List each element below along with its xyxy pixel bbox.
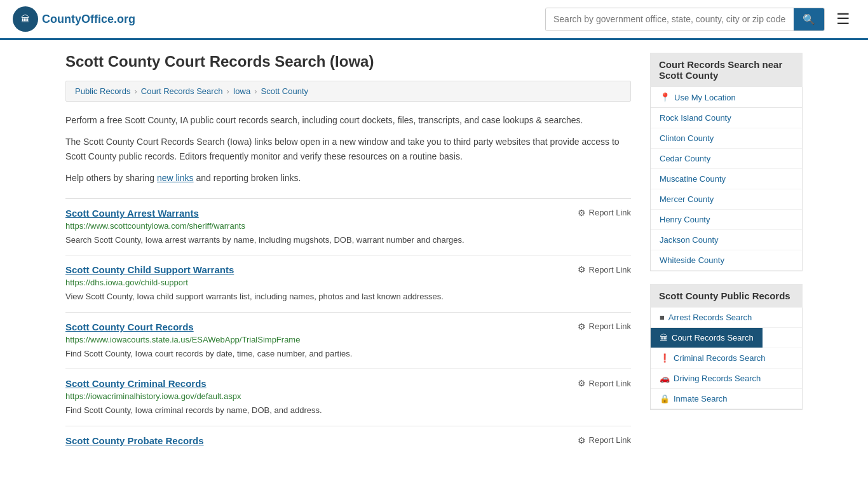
sidebar-item-court-records[interactable]: 🏛 Court Records Search [651,328,763,348]
nearby-counties-list: Rock Island County Clinton County Cedar … [650,108,803,271]
arrest-records-label: Arrest Records Search [668,313,752,322]
record-item: Scott County Probate Records ⚙ Report Li… [65,426,631,458]
record-item: Scott County Court Records ⚙ Report Link… [65,312,631,369]
logo-icon: 🏛 [13,6,38,32]
court-records-label: Court Records Search [672,333,754,342]
record-title-child-support[interactable]: Scott County Child Support Warrants [65,264,234,275]
header-right: 🔍 ☰ [545,8,855,31]
criminal-records-icon: ❗ [660,353,670,363]
record-item-header: Scott County Probate Records ⚙ Report Li… [65,435,631,446]
public-records-list: ■ Arrest Records Search 🏛 Court Records … [650,308,803,410]
list-item: Henry County [651,210,802,230]
report-link-label: Report Link [589,208,631,217]
svg-text:🏛: 🏛 [21,14,30,24]
record-item: Scott County Child Support Warrants ⚙ Re… [65,255,631,312]
search-input[interactable] [546,8,794,30]
sidebar-item-clinton[interactable]: Clinton County [651,128,802,148]
sidebar-item-jackson[interactable]: Jackson County [651,230,802,250]
sidebar-item-criminal-records[interactable]: ❗ Criminal Records Search [651,348,775,368]
inmate-search-icon: 🔒 [660,394,670,403]
sidebar-item-cedar[interactable]: Cedar County [651,149,802,168]
report-link-icon: ⚙ [578,378,586,388]
report-link-criminal-records[interactable]: ⚙ Report Link [578,378,631,388]
report-link-child-support[interactable]: ⚙ Report Link [578,264,631,274]
sidebar-nearby-section: Court Records Search near Scott County 📍… [650,53,803,271]
sidebar-item-rock-island[interactable]: Rock Island County [651,108,802,128]
list-item: Rock Island County [651,108,802,128]
record-url-arrest-warrants[interactable]: https://www.scottcountyiowa.com/sheriff/… [65,221,631,231]
court-records-icon: 🏛 [660,333,668,342]
record-item: Scott County Arrest Warrants ⚙ Report Li… [65,198,631,255]
site-header: 🏛 CountyOffice.org 🔍 ☰ [0,0,868,40]
record-item: Scott County Criminal Records ⚙ Report L… [65,369,631,426]
sidebar-item-driving-records[interactable]: 🚗 Driving Records Search [651,369,770,388]
list-item: Mercer County [651,189,802,210]
sidebar-item-henry[interactable]: Henry County [651,210,802,229]
description-1: Perform a free Scott County, IA public c… [65,113,631,127]
driving-records-icon: 🚗 [660,374,670,383]
list-item: Whiteside County [651,250,802,271]
search-button[interactable]: 🔍 [794,8,824,30]
breadcrumb-iowa[interactable]: Iowa [233,86,250,96]
list-item: Jackson County [651,230,802,250]
description-3-pre: Help others by sharing [65,173,157,183]
report-link-label: Report Link [589,265,631,274]
record-title-criminal-records[interactable]: Scott County Criminal Records [65,378,207,389]
report-link-icon: ⚙ [578,264,586,274]
breadcrumb-public-records[interactable]: Public Records [75,86,130,96]
description-2: The Scott County Court Records Search (I… [65,135,631,163]
list-item: ❗ Criminal Records Search [651,348,802,369]
breadcrumb-scott-county[interactable]: Scott County [261,86,308,96]
arrest-records-icon: ■ [660,313,665,322]
report-link-icon: ⚙ [578,208,586,218]
breadcrumb-sep-1: › [134,86,137,96]
sidebar-item-inmate-search[interactable]: 🔒 Inmate Search [651,389,736,409]
list-item: Cedar County [651,149,802,169]
sidebar-public-records-section: Scott County Public Records ■ Arrest Rec… [650,284,803,410]
page-title: Scott County Court Records Search (Iowa) [65,53,631,71]
breadcrumb-court-records-search[interactable]: Court Records Search [141,86,223,96]
record-title-court-records[interactable]: Scott County Court Records [65,322,194,332]
use-my-location-item[interactable]: 📍 Use My Location [650,87,803,108]
record-item-header: Scott County Child Support Warrants ⚙ Re… [65,264,631,275]
sidebar-item-mercer[interactable]: Mercer County [651,189,802,209]
list-item: Muscatine County [651,169,802,189]
description-3-post: and reporting broken links. [194,173,301,183]
report-link-arrest-warrants[interactable]: ⚙ Report Link [578,208,631,218]
record-url-child-support[interactable]: https://dhs.iowa.gov/child-support [65,278,631,287]
new-links-link[interactable]: new links [157,173,194,183]
record-item-header: Scott County Court Records ⚙ Report Link [65,322,631,332]
logo[interactable]: 🏛 CountyOffice.org [13,6,135,32]
record-desc-court-records: Find Scott County, Iowa court records by… [65,348,631,360]
sidebar-public-records-header: Scott County Public Records [650,284,803,308]
report-link-probate-records[interactable]: ⚙ Report Link [578,435,631,445]
hamburger-menu-button[interactable]: ☰ [831,8,855,30]
report-link-label: Report Link [589,435,631,445]
search-bar: 🔍 [545,8,825,31]
main-container: Scott County Court Records Search (Iowa)… [53,40,815,470]
content-area: Scott County Court Records Search (Iowa)… [65,53,631,458]
breadcrumb-sep-2: › [226,86,229,96]
record-desc-child-support: View Scott County, Iowa child support wa… [65,290,631,303]
description-3: Help others by sharing new links and rep… [65,171,631,185]
record-desc-arrest-warrants: Search Scott County, Iowa arrest warrant… [65,234,631,247]
driving-records-label: Driving Records Search [674,374,761,383]
report-link-court-records[interactable]: ⚙ Report Link [578,322,631,332]
report-link-label: Report Link [589,379,631,388]
record-url-court-records[interactable]: https://www.iowacourts.state.ia.us/ESAWe… [65,335,631,344]
record-desc-criminal-records: Find Scott County, Iowa criminal records… [65,404,631,417]
list-item: 🚗 Driving Records Search [651,369,802,389]
record-title-arrest-warrants[interactable]: Scott County Arrest Warrants [65,208,199,219]
record-title-probate-records[interactable]: Scott County Probate Records [65,435,204,446]
sidebar-item-arrest-records[interactable]: ■ Arrest Records Search [651,308,761,327]
sidebar: Court Records Search near Scott County 📍… [650,53,803,458]
list-item: 🔒 Inmate Search [651,389,802,409]
criminal-records-label: Criminal Records Search [674,353,766,363]
report-link-label: Report Link [589,322,631,331]
list-item-active: 🏛 Court Records Search [651,328,802,348]
sidebar-item-whiteside[interactable]: Whiteside County [651,250,802,270]
record-url-criminal-records[interactable]: https://iowacriminalhistory.iowa.gov/def… [65,391,631,401]
use-my-location-link[interactable]: Use My Location [674,93,736,102]
sidebar-item-muscatine[interactable]: Muscatine County [651,169,802,189]
inmate-search-label: Inmate Search [674,394,728,403]
